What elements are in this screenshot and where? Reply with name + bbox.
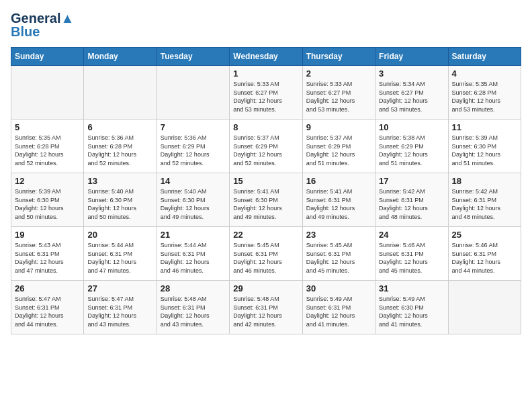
calendar-cell: 8Sunrise: 5:37 AM Sunset: 6:29 PM Daylig… <box>230 120 302 173</box>
day-number: 5 <box>15 122 80 132</box>
day-info: Sunrise: 5:45 AM Sunset: 6:31 PM Dayligh… <box>233 241 298 275</box>
day-number: 14 <box>161 176 226 186</box>
day-number: 27 <box>87 283 152 293</box>
day-number: 11 <box>452 122 517 132</box>
day-info: Sunrise: 5:49 AM Sunset: 6:30 PM Dayligh… <box>379 295 444 328</box>
day-number: 21 <box>161 230 226 240</box>
calendar-body: 1Sunrise: 5:33 AM Sunset: 6:27 PM Daylig… <box>11 66 521 334</box>
calendar-cell: 17Sunrise: 5:42 AM Sunset: 6:31 PM Dayli… <box>375 173 448 227</box>
calendar-cell <box>448 281 521 334</box>
calendar-week-row: 1Sunrise: 5:33 AM Sunset: 6:27 PM Daylig… <box>11 66 521 120</box>
calendar-cell: 15Sunrise: 5:41 AM Sunset: 6:30 PM Dayli… <box>230 173 302 227</box>
calendar-cell: 3Sunrise: 5:34 AM Sunset: 6:27 PM Daylig… <box>375 66 448 120</box>
calendar-cell: 10Sunrise: 5:38 AM Sunset: 6:29 PM Dayli… <box>375 120 448 173</box>
day-number: 29 <box>233 283 298 293</box>
header-wednesday: Wednesday <box>230 48 302 66</box>
day-number: 15 <box>233 176 298 186</box>
header-sunday: Sunday <box>11 48 84 66</box>
header-friday: Friday <box>375 48 448 66</box>
day-number: 22 <box>233 230 298 240</box>
day-number: 12 <box>15 176 80 186</box>
day-number: 23 <box>306 230 371 240</box>
day-info: Sunrise: 5:48 AM Sunset: 6:31 PM Dayligh… <box>161 295 226 328</box>
day-number: 8 <box>233 122 298 132</box>
day-info: Sunrise: 5:41 AM Sunset: 6:30 PM Dayligh… <box>233 187 298 221</box>
day-info: Sunrise: 5:41 AM Sunset: 6:31 PM Dayligh… <box>306 187 371 221</box>
day-number: 1 <box>233 68 298 79</box>
day-info: Sunrise: 5:45 AM Sunset: 6:31 PM Dayligh… <box>306 241 371 275</box>
day-number: 19 <box>15 230 80 240</box>
logo-blue: Blue <box>11 24 74 39</box>
day-info: Sunrise: 5:44 AM Sunset: 6:31 PM Dayligh… <box>87 241 152 275</box>
calendar-cell: 4Sunrise: 5:35 AM Sunset: 6:28 PM Daylig… <box>448 66 521 120</box>
header-tuesday: Tuesday <box>157 48 229 66</box>
header-saturday: Saturday <box>448 48 521 66</box>
day-info: Sunrise: 5:37 AM Sunset: 6:29 PM Dayligh… <box>233 134 298 167</box>
day-info: Sunrise: 5:42 AM Sunset: 6:31 PM Dayligh… <box>452 187 517 221</box>
day-info: Sunrise: 5:48 AM Sunset: 6:31 PM Dayligh… <box>233 295 298 328</box>
day-number: 4 <box>452 68 517 79</box>
logo-text: General▲ <box>11 11 74 26</box>
day-info: Sunrise: 5:35 AM Sunset: 6:28 PM Dayligh… <box>15 134 80 167</box>
calendar-cell: 9Sunrise: 5:37 AM Sunset: 6:29 PM Daylig… <box>302 120 375 173</box>
day-number: 24 <box>379 230 444 240</box>
day-number: 26 <box>15 283 80 293</box>
calendar-week-row: 5Sunrise: 5:35 AM Sunset: 6:28 PM Daylig… <box>11 120 521 173</box>
calendar-cell: 12Sunrise: 5:39 AM Sunset: 6:30 PM Dayli… <box>11 173 84 227</box>
day-info: Sunrise: 5:46 AM Sunset: 6:31 PM Dayligh… <box>379 241 444 275</box>
calendar-cell <box>157 66 229 120</box>
day-number: 18 <box>452 176 517 186</box>
day-number: 20 <box>87 230 152 240</box>
calendar-table: Sunday Monday Tuesday Wednesday Thursday… <box>11 47 521 334</box>
day-number: 9 <box>306 122 371 132</box>
day-info: Sunrise: 5:38 AM Sunset: 6:29 PM Dayligh… <box>379 134 444 167</box>
day-info: Sunrise: 5:43 AM Sunset: 6:31 PM Dayligh… <box>15 241 80 275</box>
day-info: Sunrise: 5:46 AM Sunset: 6:31 PM Dayligh… <box>452 241 517 275</box>
day-number: 28 <box>161 283 226 293</box>
day-info: Sunrise: 5:47 AM Sunset: 6:31 PM Dayligh… <box>15 295 80 328</box>
calendar-week-row: 19Sunrise: 5:43 AM Sunset: 6:31 PM Dayli… <box>11 227 521 281</box>
day-number: 30 <box>306 283 371 293</box>
day-info: Sunrise: 5:33 AM Sunset: 6:27 PM Dayligh… <box>306 80 371 113</box>
calendar-week-row: 12Sunrise: 5:39 AM Sunset: 6:30 PM Dayli… <box>11 173 521 227</box>
day-info: Sunrise: 5:33 AM Sunset: 6:27 PM Dayligh… <box>233 80 298 113</box>
day-number: 25 <box>452 230 517 240</box>
calendar-cell: 7Sunrise: 5:36 AM Sunset: 6:29 PM Daylig… <box>157 120 229 173</box>
calendar-cell: 31Sunrise: 5:49 AM Sunset: 6:30 PM Dayli… <box>375 281 448 334</box>
calendar-week-row: 26Sunrise: 5:47 AM Sunset: 6:31 PM Dayli… <box>11 281 521 334</box>
calendar-cell: 28Sunrise: 5:48 AM Sunset: 6:31 PM Dayli… <box>157 281 229 334</box>
weekday-row: Sunday Monday Tuesday Wednesday Thursday… <box>11 48 521 66</box>
day-info: Sunrise: 5:49 AM Sunset: 6:31 PM Dayligh… <box>306 295 371 328</box>
calendar-cell: 18Sunrise: 5:42 AM Sunset: 6:31 PM Dayli… <box>448 173 521 227</box>
day-number: 6 <box>87 122 152 132</box>
calendar-cell: 30Sunrise: 5:49 AM Sunset: 6:31 PM Dayli… <box>302 281 375 334</box>
day-info: Sunrise: 5:39 AM Sunset: 6:30 PM Dayligh… <box>452 134 517 167</box>
day-number: 2 <box>306 68 371 79</box>
day-info: Sunrise: 5:34 AM Sunset: 6:27 PM Dayligh… <box>379 80 444 113</box>
calendar-cell: 16Sunrise: 5:41 AM Sunset: 6:31 PM Dayli… <box>302 173 375 227</box>
day-info: Sunrise: 5:40 AM Sunset: 6:30 PM Dayligh… <box>161 187 226 221</box>
calendar-cell: 23Sunrise: 5:45 AM Sunset: 6:31 PM Dayli… <box>302 227 375 281</box>
day-number: 17 <box>379 176 444 186</box>
day-info: Sunrise: 5:35 AM Sunset: 6:28 PM Dayligh… <box>452 80 517 113</box>
day-info: Sunrise: 5:39 AM Sunset: 6:30 PM Dayligh… <box>15 187 80 221</box>
day-info: Sunrise: 5:44 AM Sunset: 6:31 PM Dayligh… <box>161 241 226 275</box>
header-monday: Monday <box>84 48 157 66</box>
calendar-header: Sunday Monday Tuesday Wednesday Thursday… <box>11 48 521 66</box>
logo: General▲ Blue <box>11 11 74 39</box>
calendar-cell: 25Sunrise: 5:46 AM Sunset: 6:31 PM Dayli… <box>448 227 521 281</box>
day-number: 16 <box>306 176 371 186</box>
day-number: 7 <box>161 122 226 132</box>
calendar-cell: 26Sunrise: 5:47 AM Sunset: 6:31 PM Dayli… <box>11 281 84 334</box>
calendar-cell: 6Sunrise: 5:36 AM Sunset: 6:28 PM Daylig… <box>84 120 157 173</box>
calendar-cell: 22Sunrise: 5:45 AM Sunset: 6:31 PM Dayli… <box>230 227 302 281</box>
calendar-cell: 24Sunrise: 5:46 AM Sunset: 6:31 PM Dayli… <box>375 227 448 281</box>
calendar-cell: 5Sunrise: 5:35 AM Sunset: 6:28 PM Daylig… <box>11 120 84 173</box>
calendar-cell: 21Sunrise: 5:44 AM Sunset: 6:31 PM Dayli… <box>157 227 229 281</box>
day-info: Sunrise: 5:40 AM Sunset: 6:30 PM Dayligh… <box>87 187 152 221</box>
calendar-cell: 20Sunrise: 5:44 AM Sunset: 6:31 PM Dayli… <box>84 227 157 281</box>
calendar-cell: 2Sunrise: 5:33 AM Sunset: 6:27 PM Daylig… <box>302 66 375 120</box>
calendar-cell: 19Sunrise: 5:43 AM Sunset: 6:31 PM Dayli… <box>11 227 84 281</box>
calendar-cell <box>11 66 84 120</box>
calendar-cell: 27Sunrise: 5:47 AM Sunset: 6:31 PM Dayli… <box>84 281 157 334</box>
